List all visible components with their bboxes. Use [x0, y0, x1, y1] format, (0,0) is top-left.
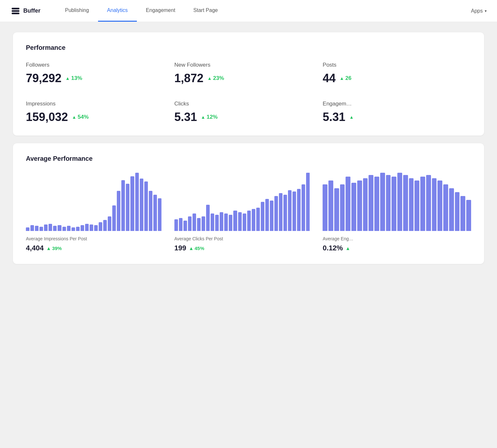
avg-engagement-value: 0.12%	[323, 244, 343, 252]
chart-bar	[432, 178, 437, 231]
chart-bar	[351, 183, 356, 231]
avg-engagement-up-icon: ▲	[346, 246, 350, 251]
chart-bar	[420, 177, 425, 231]
performance-grid: Followers 79,292 ▲ 13% New Followers 1,8…	[26, 62, 471, 124]
chart-bar	[202, 216, 205, 231]
avg-clicks-label: Average Clicks Per Post	[174, 236, 310, 241]
logo[interactable]: Buffer	[10, 6, 40, 16]
avg-clicks-badge: ▲ 45%	[189, 246, 204, 251]
chart-bar	[117, 191, 120, 231]
metric-posts-value-row: 44 ▲ 26	[323, 71, 471, 85]
metric-new-followers-value-row: 1,872 ▲ 23%	[174, 71, 323, 85]
engagement-chart-area	[323, 173, 471, 231]
navigation: Buffer Publishing Analytics Engagement S…	[0, 0, 497, 22]
chart-bar	[215, 215, 219, 231]
chart-bar	[220, 212, 223, 231]
logo-text: Buffer	[23, 7, 40, 14]
chart-bar	[437, 180, 442, 231]
avg-clicks-value-row: 199 ▲ 45%	[174, 244, 310, 252]
metric-new-followers: New Followers 1,872 ▲ 23%	[174, 62, 323, 85]
avg-engagement-label: Average Eng…	[323, 236, 471, 241]
tab-analytics[interactable]: Analytics	[98, 0, 137, 22]
metric-impressions-badge: ▲ 54%	[72, 114, 89, 120]
chart-bar	[297, 189, 301, 231]
metric-posts: Posts 44 ▲ 26	[323, 62, 471, 85]
chart-bar	[126, 184, 129, 231]
metric-followers-label: Followers	[26, 62, 174, 68]
chart-bar	[197, 218, 201, 231]
chart-bar	[193, 213, 196, 231]
chart-bar	[49, 224, 52, 231]
impressions-chart-area	[26, 173, 161, 231]
avg-performance-grid: Average Impressions Per Post 4,404 ▲ 39%…	[26, 173, 471, 252]
avg-impressions-chart: Average Impressions Per Post 4,404 ▲ 39%	[26, 173, 174, 252]
chart-bar	[293, 191, 296, 231]
tab-publishing[interactable]: Publishing	[56, 0, 98, 22]
apps-chevron-icon: ▾	[485, 9, 487, 13]
metric-posts-label: Posts	[323, 62, 471, 68]
chart-bar	[306, 173, 310, 231]
chart-bar	[414, 180, 419, 231]
chart-bar	[380, 173, 385, 231]
chart-bar	[466, 200, 471, 231]
apps-menu[interactable]: Apps ▾	[471, 8, 487, 14]
chart-bar	[233, 211, 237, 231]
chart-bar	[403, 175, 408, 231]
impressions-change: 54%	[78, 114, 89, 120]
chart-bar	[252, 209, 255, 231]
avg-impressions-badge: ▲ 39%	[46, 246, 62, 251]
chart-bar	[211, 213, 214, 231]
chart-bar	[183, 221, 187, 231]
clicks-change: 12%	[207, 114, 218, 120]
metric-followers-badge: ▲ 13%	[65, 75, 82, 82]
chart-bar	[85, 224, 89, 231]
metric-new-followers-label: New Followers	[174, 62, 323, 68]
chart-bar	[369, 175, 373, 231]
chart-bar	[140, 179, 143, 231]
avg-impressions-change: 39%	[52, 246, 62, 251]
chart-bar	[288, 190, 292, 231]
chart-bar	[174, 219, 178, 231]
new-followers-change: 23%	[213, 75, 224, 82]
metric-engagement-value: 5.31	[323, 110, 345, 124]
chart-bar	[386, 175, 391, 231]
metric-impressions: Impressions 159,032 ▲ 54%	[26, 101, 174, 124]
metric-posts-value: 44	[323, 71, 336, 85]
chart-bar	[94, 225, 98, 231]
metric-engagement-value-row: 5.31 ▲	[323, 110, 471, 124]
avg-clicks-value: 199	[174, 244, 186, 252]
chart-bar	[323, 184, 327, 231]
chart-bar	[363, 178, 368, 231]
chart-bar	[283, 195, 287, 231]
tab-start-page[interactable]: Start Page	[184, 0, 227, 22]
chart-bar	[121, 180, 125, 231]
chart-bar	[243, 213, 246, 231]
avg-engagement-badge: ▲	[346, 246, 350, 251]
metric-new-followers-value: 1,872	[174, 71, 204, 85]
chart-bar	[409, 178, 414, 231]
avg-impressions-value: 4,404	[26, 244, 44, 252]
clicks-chart-area	[174, 173, 310, 231]
metric-clicks: Clicks 5.31 ▲ 12%	[174, 101, 323, 124]
nav-tabs: Publishing Analytics Engagement Start Pa…	[56, 0, 227, 22]
metric-clicks-value-row: 5.31 ▲ 12%	[174, 110, 323, 124]
svg-rect-0	[12, 8, 19, 9]
metric-clicks-value: 5.31	[174, 110, 197, 124]
apps-label: Apps	[471, 8, 483, 14]
chart-bar	[188, 216, 192, 231]
chart-bar	[247, 211, 251, 231]
chart-bar	[149, 191, 152, 231]
avg-clicks-chart: Average Clicks Per Post 199 ▲ 45%	[174, 173, 323, 252]
chart-bar	[346, 177, 350, 231]
chart-bar	[67, 226, 71, 231]
main-content: Performance Followers 79,292 ▲ 13% New F…	[0, 22, 497, 274]
metric-followers-value: 79,292	[26, 71, 61, 85]
chart-bar	[158, 198, 161, 231]
chart-bar	[144, 181, 148, 231]
chart-bar	[279, 193, 282, 231]
posts-up-icon: ▲	[339, 76, 344, 81]
tab-engagement[interactable]: Engagement	[137, 0, 184, 22]
metric-new-followers-badge: ▲ 23%	[207, 75, 224, 82]
metric-engagement: Engagem… 5.31 ▲	[323, 101, 471, 124]
performance-title: Performance	[26, 44, 471, 51]
